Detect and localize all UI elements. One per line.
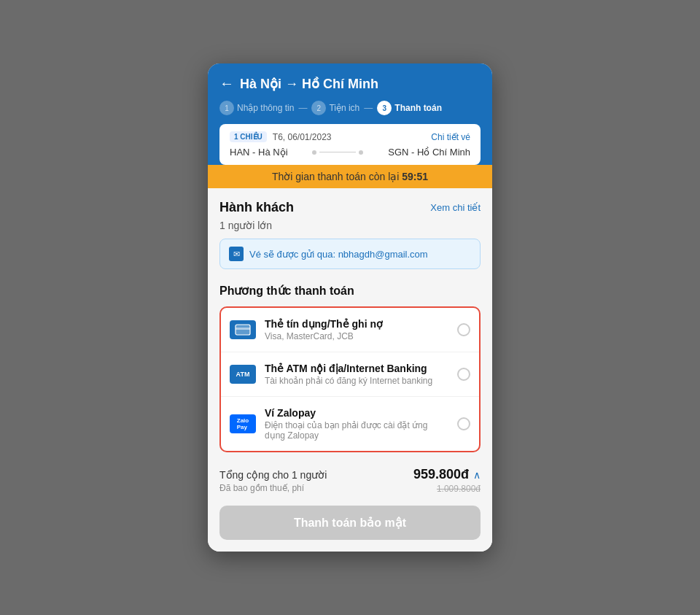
step-3-label: Thanh toán xyxy=(394,103,442,113)
flight-card-row1: 1 CHIỀU T6, 06/01/2023 Chi tiết vé xyxy=(230,131,470,142)
email-prefix: Vé sẽ được gửi qua: xyxy=(249,249,338,260)
zalo-name: Ví Zalopay xyxy=(265,407,448,419)
one-way-badge: 1 CHIỀU xyxy=(230,131,267,142)
total-section: Tổng cộng cho 1 người 959.800đ ∧ Đã bao … xyxy=(219,467,481,494)
atm-name: Thẻ ATM nội địa/Internet Banking xyxy=(265,363,448,374)
phone-container: ← Hà Nội → Hồ Chí Minh 1 Nhập thông tin … xyxy=(208,63,492,552)
total-row: Tổng cộng cho 1 người 959.800đ ∧ xyxy=(219,467,481,482)
header-top: ← Hà Nội → Hồ Chí Minh xyxy=(219,75,481,92)
credit-info: Thẻ tín dụng/Thẻ ghi nợ Visa, MasterCard… xyxy=(265,318,448,341)
step-divider-2: — xyxy=(364,103,373,113)
passenger-section-header: Hành khách Xem chi tiết xyxy=(219,200,481,215)
to-airport: SGN - Hồ Chí Minh xyxy=(388,147,470,158)
step-2-label: Tiện ich xyxy=(329,103,359,113)
payment-section-title: Phương thức thanh toán xyxy=(219,284,481,298)
timer-bar: Thời gian thanh toán còn lại 59:51 xyxy=(208,165,492,188)
flight-date: T6, 06/01/2023 xyxy=(273,132,332,142)
dot-line xyxy=(319,152,356,152)
passenger-detail-link[interactable]: Xem chi tiết xyxy=(430,202,481,213)
main-content: Hành khách Xem chi tiết 1 người lớn ✉ Vé… xyxy=(208,188,492,552)
atm-info: Thẻ ATM nội địa/Internet Banking Tài kho… xyxy=(265,363,448,386)
dot-1 xyxy=(312,150,316,155)
steps-bar: 1 Nhập thông tin — 2 Tiện ich — 3 Thanh … xyxy=(219,101,481,115)
timer-value: 59:51 xyxy=(402,171,428,182)
zalo-info: Ví Zalopay Điện thoại của bạn phải được … xyxy=(265,407,448,441)
dot-2 xyxy=(359,150,363,155)
header: ← Hà Nội → Hồ Chí Minh 1 Nhập thông tin … xyxy=(208,63,492,165)
flight-card: 1 CHIỀU T6, 06/01/2023 Chi tiết vé HAN -… xyxy=(219,124,481,165)
credit-desc: Visa, MasterCard, JCB xyxy=(265,331,448,341)
email-text: Vé sẽ được gửi qua: nbhagdh@gmail.com xyxy=(249,249,428,260)
zalopay-icon: ZaloPay xyxy=(230,414,256,433)
email-icon: ✉ xyxy=(229,247,244,261)
passenger-count: 1 người lớn xyxy=(219,220,481,231)
email-value: nbhagdh@gmail.com xyxy=(338,249,428,260)
payment-option-credit[interactable]: Thẻ tín dụng/Thẻ ghi nợ Visa, MasterCard… xyxy=(221,308,479,352)
payment-option-zalo[interactable]: ZaloPay Ví Zalopay Điện thoại của bạn ph… xyxy=(221,397,479,451)
email-box: ✉ Vé sẽ được gửi qua: nbhagdh@gmail.com xyxy=(219,239,481,269)
route-dots xyxy=(288,150,389,155)
total-label: Tổng cộng cho 1 người xyxy=(219,469,327,481)
zalo-radio[interactable] xyxy=(457,417,470,430)
payment-option-atm[interactable]: ATM Thẻ ATM nội địa/Internet Banking Tài… xyxy=(221,352,479,397)
zalo-desc: Điện thoại của bạn phải được cài đặt ứng… xyxy=(265,420,448,441)
flight-badge-row: 1 CHIỀU T6, 06/01/2023 xyxy=(230,131,332,142)
step-1: 1 Nhập thông tin xyxy=(219,101,294,115)
step-2-circle: 2 xyxy=(311,101,326,115)
step-1-label: Nhập thông tin xyxy=(237,103,294,113)
tax-note: Đã bao gồm thuế, phí xyxy=(219,483,304,493)
step-divider-1: — xyxy=(298,103,307,113)
total-sub-row: Đã bao gồm thuế, phí 1.009.800đ xyxy=(219,482,481,494)
payment-options: Thẻ tín dụng/Thẻ ghi nợ Visa, MasterCard… xyxy=(219,306,481,452)
back-button[interactable]: ← xyxy=(219,75,234,92)
flight-detail-link[interactable]: Chi tiết vé xyxy=(431,132,470,142)
atm-icon: ATM xyxy=(230,365,256,384)
atm-desc: Tài khoản phải có đăng ký Internet banki… xyxy=(265,376,448,386)
total-price-area: 959.800đ ∧ xyxy=(413,467,481,482)
step-1-circle: 1 xyxy=(219,101,234,115)
total-price: 959.800đ xyxy=(413,467,469,482)
step-2: 2 Tiện ich xyxy=(311,101,359,115)
passenger-title: Hành khách xyxy=(219,200,294,215)
from-airport: HAN - Hà Nội xyxy=(230,147,288,158)
step-3: 3 Thanh toán xyxy=(377,101,442,115)
svg-rect-1 xyxy=(236,328,250,330)
atm-radio[interactable] xyxy=(457,368,470,381)
step-3-circle: 3 xyxy=(377,101,392,115)
original-price: 1.009.800đ xyxy=(437,484,481,494)
timer-label: Thời gian thanh toán còn lại xyxy=(272,171,399,182)
route-title: Hà Nội → Hồ Chí Minh xyxy=(240,76,378,92)
chevron-up-icon[interactable]: ∧ xyxy=(473,469,481,481)
credit-card-icon xyxy=(230,320,256,339)
credit-radio[interactable] xyxy=(457,323,470,336)
checkout-button[interactable]: Thanh toán bảo mật xyxy=(219,506,481,540)
flight-route-row: HAN - Hà Nội SGN - Hồ Chí Minh xyxy=(230,147,470,158)
credit-name: Thẻ tín dụng/Thẻ ghi nợ xyxy=(265,318,448,330)
